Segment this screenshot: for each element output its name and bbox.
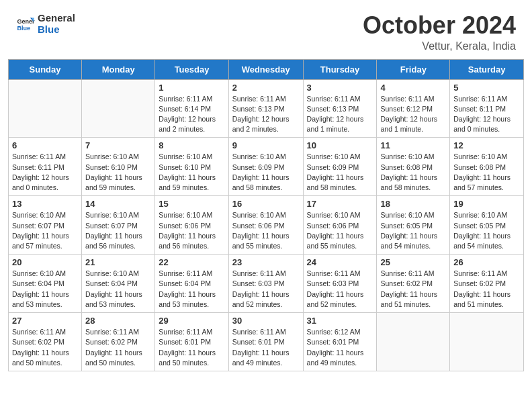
- calendar-cell: 1Sunrise: 6:11 AMSunset: 6:14 PMDaylight…: [155, 79, 228, 138]
- calendar-week-1: 1Sunrise: 6:11 AMSunset: 6:14 PMDaylight…: [9, 79, 524, 138]
- day-info: Sunrise: 6:11 AMSunset: 6:02 PMDaylight:…: [380, 269, 446, 310]
- day-number: 6: [12, 140, 78, 150]
- day-header-tuesday: Tuesday: [155, 59, 228, 79]
- calendar-cell: 25Sunrise: 6:11 AMSunset: 6:02 PMDayligh…: [377, 255, 450, 313]
- day-info: Sunrise: 6:10 AMSunset: 6:09 PMDaylight:…: [232, 152, 300, 193]
- month-title: October 2024: [363, 12, 516, 39]
- day-number: 5: [453, 83, 520, 93]
- calendar-cell: 4Sunrise: 6:11 AMSunset: 6:12 PMDaylight…: [377, 79, 450, 138]
- calendar-cell: 3Sunrise: 6:11 AMSunset: 6:13 PMDaylight…: [303, 79, 377, 138]
- day-number: 27: [12, 316, 78, 326]
- day-number: 16: [232, 199, 300, 209]
- calendar-table: SundayMondayTuesdayWednesdayThursdayFrid…: [8, 59, 524, 371]
- calendar-cell: 17Sunrise: 6:10 AMSunset: 6:06 PMDayligh…: [303, 196, 377, 255]
- calendar-cell: 16Sunrise: 6:10 AMSunset: 6:06 PMDayligh…: [228, 196, 303, 255]
- calendar-cell: 8Sunrise: 6:10 AMSunset: 6:10 PMDaylight…: [155, 138, 228, 196]
- calendar-week-3: 13Sunrise: 6:10 AMSunset: 6:07 PMDayligh…: [9, 196, 524, 255]
- day-info: Sunrise: 6:11 AMSunset: 6:01 PMDaylight:…: [159, 327, 224, 368]
- day-info: Sunrise: 6:11 AMSunset: 6:03 PMDaylight:…: [232, 269, 300, 310]
- day-info: Sunrise: 6:11 AMSunset: 6:11 PMDaylight:…: [453, 94, 520, 135]
- day-info: Sunrise: 6:10 AMSunset: 6:08 PMDaylight:…: [380, 152, 446, 193]
- logo-icon: General Blue: [16, 14, 35, 33]
- day-info: Sunrise: 6:10 AMSunset: 6:04 PMDaylight:…: [85, 269, 151, 310]
- day-number: 9: [232, 140, 300, 150]
- calendar-cell: 26Sunrise: 6:11 AMSunset: 6:02 PMDayligh…: [450, 255, 524, 313]
- day-number: 31: [307, 316, 373, 326]
- day-number: 30: [232, 316, 300, 326]
- day-number: 15: [159, 199, 224, 209]
- day-info: Sunrise: 6:10 AMSunset: 6:09 PMDaylight:…: [307, 152, 373, 193]
- day-number: 13: [12, 199, 78, 209]
- day-info: Sunrise: 6:11 AMSunset: 6:04 PMDaylight:…: [159, 269, 224, 310]
- calendar-cell: 9Sunrise: 6:10 AMSunset: 6:09 PMDaylight…: [228, 138, 303, 196]
- day-number: 26: [453, 257, 520, 267]
- calendar-cell: 6Sunrise: 6:11 AMSunset: 6:11 PMDaylight…: [9, 138, 82, 196]
- day-header-friday: Friday: [377, 59, 450, 79]
- calendar-cell: 22Sunrise: 6:11 AMSunset: 6:04 PMDayligh…: [155, 255, 228, 313]
- calendar-cell: 11Sunrise: 6:10 AMSunset: 6:08 PMDayligh…: [377, 138, 450, 196]
- calendar-header-row: SundayMondayTuesdayWednesdayThursdayFrid…: [9, 59, 524, 79]
- calendar-cell: [82, 79, 155, 138]
- day-info: Sunrise: 6:10 AMSunset: 6:10 PMDaylight:…: [85, 152, 151, 193]
- day-number: 3: [307, 83, 373, 93]
- day-info: Sunrise: 6:10 AMSunset: 6:05 PMDaylight:…: [380, 210, 446, 251]
- calendar-cell: 12Sunrise: 6:10 AMSunset: 6:08 PMDayligh…: [450, 138, 524, 196]
- calendar-cell: [377, 313, 450, 371]
- day-info: Sunrise: 6:11 AMSunset: 6:13 PMDaylight:…: [232, 94, 300, 135]
- day-number: 4: [380, 83, 446, 93]
- day-info: Sunrise: 6:11 AMSunset: 6:11 PMDaylight:…: [12, 152, 78, 193]
- calendar-cell: 30Sunrise: 6:11 AMSunset: 6:01 PMDayligh…: [228, 313, 303, 371]
- calendar-cell: [450, 313, 524, 371]
- day-info: Sunrise: 6:11 AMSunset: 6:14 PMDaylight:…: [159, 94, 224, 135]
- calendar-cell: 13Sunrise: 6:10 AMSunset: 6:07 PMDayligh…: [9, 196, 82, 255]
- day-number: 8: [159, 140, 224, 150]
- calendar-cell: 7Sunrise: 6:10 AMSunset: 6:10 PMDaylight…: [82, 138, 155, 196]
- day-info: Sunrise: 6:11 AMSunset: 6:02 PMDaylight:…: [12, 327, 78, 368]
- day-number: 20: [12, 257, 78, 267]
- calendar-cell: 15Sunrise: 6:10 AMSunset: 6:06 PMDayligh…: [155, 196, 228, 255]
- day-number: 25: [380, 257, 446, 267]
- page-header: General Blue General Blue October 2024 V…: [0, 0, 532, 59]
- calendar-cell: 28Sunrise: 6:11 AMSunset: 6:02 PMDayligh…: [82, 313, 155, 371]
- day-number: 14: [85, 199, 151, 209]
- day-number: 10: [307, 140, 373, 150]
- day-info: Sunrise: 6:11 AMSunset: 6:13 PMDaylight:…: [307, 94, 373, 135]
- calendar-week-5: 27Sunrise: 6:11 AMSunset: 6:02 PMDayligh…: [9, 313, 524, 371]
- calendar-cell: 5Sunrise: 6:11 AMSunset: 6:11 PMDaylight…: [450, 79, 524, 138]
- day-number: 11: [380, 140, 446, 150]
- day-number: 24: [307, 257, 373, 267]
- logo-text-general: General: [38, 12, 75, 24]
- calendar-week-4: 20Sunrise: 6:10 AMSunset: 6:04 PMDayligh…: [9, 255, 524, 313]
- calendar-cell: 27Sunrise: 6:11 AMSunset: 6:02 PMDayligh…: [9, 313, 82, 371]
- logo-text-blue: Blue: [38, 24, 75, 35]
- day-number: 22: [159, 257, 224, 267]
- day-info: Sunrise: 6:12 AMSunset: 6:01 PMDaylight:…: [307, 327, 373, 368]
- calendar-cell: 23Sunrise: 6:11 AMSunset: 6:03 PMDayligh…: [228, 255, 303, 313]
- svg-text:Blue: Blue: [17, 25, 30, 32]
- day-number: 28: [85, 316, 151, 326]
- day-info: Sunrise: 6:10 AMSunset: 6:08 PMDaylight:…: [453, 152, 520, 193]
- calendar-cell: 21Sunrise: 6:10 AMSunset: 6:04 PMDayligh…: [82, 255, 155, 313]
- calendar-cell: 20Sunrise: 6:10 AMSunset: 6:04 PMDayligh…: [9, 255, 82, 313]
- title-block: October 2024 Vettur, Kerala, India: [363, 12, 516, 52]
- calendar-cell: 10Sunrise: 6:10 AMSunset: 6:09 PMDayligh…: [303, 138, 377, 196]
- day-info: Sunrise: 6:11 AMSunset: 6:12 PMDaylight:…: [380, 94, 446, 135]
- calendar-cell: 29Sunrise: 6:11 AMSunset: 6:01 PMDayligh…: [155, 313, 228, 371]
- day-info: Sunrise: 6:11 AMSunset: 6:01 PMDaylight:…: [232, 327, 300, 368]
- calendar-cell: 18Sunrise: 6:10 AMSunset: 6:05 PMDayligh…: [377, 196, 450, 255]
- calendar-cell: 14Sunrise: 6:10 AMSunset: 6:07 PMDayligh…: [82, 196, 155, 255]
- day-info: Sunrise: 6:10 AMSunset: 6:07 PMDaylight:…: [12, 210, 78, 251]
- day-header-wednesday: Wednesday: [228, 59, 303, 79]
- day-info: Sunrise: 6:10 AMSunset: 6:05 PMDaylight:…: [453, 210, 520, 251]
- day-number: 19: [453, 199, 520, 209]
- day-number: 21: [85, 257, 151, 267]
- day-number: 23: [232, 257, 300, 267]
- day-info: Sunrise: 6:10 AMSunset: 6:06 PMDaylight:…: [159, 210, 224, 251]
- logo: General Blue General Blue: [16, 12, 75, 36]
- day-number: 29: [159, 316, 224, 326]
- calendar-cell: [9, 79, 82, 138]
- calendar-wrapper: SundayMondayTuesdayWednesdayThursdayFrid…: [0, 59, 532, 379]
- day-number: 18: [380, 199, 446, 209]
- calendar-cell: 24Sunrise: 6:11 AMSunset: 6:03 PMDayligh…: [303, 255, 377, 313]
- day-info: Sunrise: 6:10 AMSunset: 6:06 PMDaylight:…: [232, 210, 300, 251]
